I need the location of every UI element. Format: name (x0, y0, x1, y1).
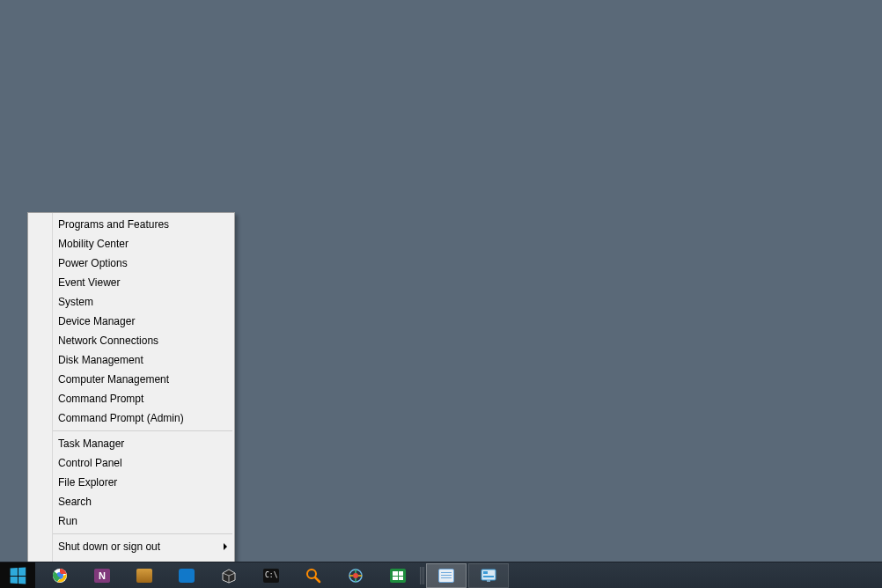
taskbar-everything[interactable] (293, 563, 334, 588)
settings-icon (480, 567, 497, 584)
menu-item-label: Search (58, 496, 92, 508)
taskbar-settings[interactable] (468, 563, 509, 588)
menu-mobility-center[interactable]: Mobility Center (53, 234, 234, 254)
menu-file-explorer[interactable]: File Explorer (53, 473, 234, 492)
menu-network-connections[interactable]: Network Connections (53, 331, 234, 350)
menu-search[interactable]: Search (53, 492, 234, 511)
menu-item-label: Power Options (58, 257, 128, 269)
menu-item-label: File Explorer (58, 476, 117, 489)
taskbar-box1[interactable] (209, 563, 249, 588)
svg-rect-13 (483, 571, 488, 574)
menu-item-label: Control Panel (58, 457, 122, 469)
menu-command-prompt[interactable]: Command Prompt (53, 389, 234, 408)
winrar-icon (136, 567, 153, 584)
menu-item-label: Run (58, 515, 77, 527)
menu-item-label: Network Connections (58, 334, 158, 347)
submenu-arrow-icon (224, 543, 227, 550)
start-button[interactable] (0, 562, 35, 589)
menu-device-manager[interactable]: Device Manager (53, 312, 234, 331)
menu-item-label: Device Manager (58, 315, 135, 327)
spreadsheet-icon (389, 567, 407, 584)
menu-programs-and-features[interactable]: Programs and Features (53, 215, 234, 234)
taskbar-chrome[interactable] (40, 563, 80, 588)
menu-command-prompt-admin[interactable]: Command Prompt (Admin) (53, 408, 234, 428)
svg-rect-14 (483, 576, 494, 577)
menu-control-panel[interactable]: Control Panel (53, 453, 234, 473)
menu-system[interactable]: System (53, 292, 234, 312)
desktop[interactable]: Programs and Features Mobility Center Po… (0, 0, 882, 562)
taskbar-teamviewer[interactable] (166, 563, 207, 588)
menu-shut-down-or-sign-out[interactable]: Shut down or sign out (53, 537, 234, 556)
svg-point-7 (353, 573, 358, 578)
teamviewer-icon (178, 567, 195, 584)
menu-run[interactable]: Run (53, 511, 234, 531)
box1-icon (220, 567, 238, 584)
svg-line-5 (315, 577, 320, 582)
menu-icon-column (28, 213, 53, 577)
taskbar: N C:\ (0, 562, 882, 588)
taskbar-snip[interactable] (335, 563, 376, 588)
taskbar-onenote[interactable]: N (82, 563, 122, 588)
taskbar-items: N C:\ (35, 562, 510, 588)
menu-item-label: Mobility Center (58, 238, 129, 250)
menu-computer-management[interactable]: Computer Management (53, 370, 234, 389)
menu-item-label: Task Manager (58, 437, 124, 450)
notepad-icon (437, 567, 455, 584)
snip-icon (347, 567, 364, 584)
menu-disk-management[interactable]: Disk Management (53, 350, 234, 370)
menu-separator (53, 430, 232, 431)
winx-context-menu: Programs and Features Mobility Center Po… (27, 212, 235, 578)
taskbar-cmd[interactable]: C:\ (251, 563, 291, 588)
taskbar-notepad[interactable] (426, 563, 467, 588)
svg-rect-15 (487, 580, 490, 582)
menu-task-manager[interactable]: Task Manager (53, 434, 234, 453)
menu-power-options[interactable]: Power Options (53, 254, 234, 273)
menu-item-label: Disk Management (58, 354, 143, 366)
taskbar-winrar[interactable] (124, 563, 165, 588)
menu-item-label: Command Prompt (Admin) (58, 412, 184, 424)
svg-rect-12 (481, 570, 496, 580)
menu-event-viewer[interactable]: Event Viewer (53, 273, 234, 292)
menu-item-label: Programs and Features (58, 218, 169, 231)
menu-item-label: Command Prompt (58, 393, 143, 405)
windows-logo-icon (11, 567, 26, 584)
menu-item-label: Computer Management (58, 373, 169, 386)
everything-icon (305, 567, 322, 584)
cmd-icon: C:\ (262, 567, 280, 584)
chrome-icon (51, 567, 69, 584)
taskbar-gripper[interactable] (420, 567, 424, 584)
taskbar-spreadsheet[interactable] (378, 563, 418, 588)
menu-item-label: Shut down or sign out (58, 540, 160, 553)
menu-item-label: Event Viewer (58, 276, 120, 289)
menu-separator (53, 533, 232, 534)
menu-item-label: System (58, 296, 93, 308)
onenote-icon: N (93, 567, 111, 584)
